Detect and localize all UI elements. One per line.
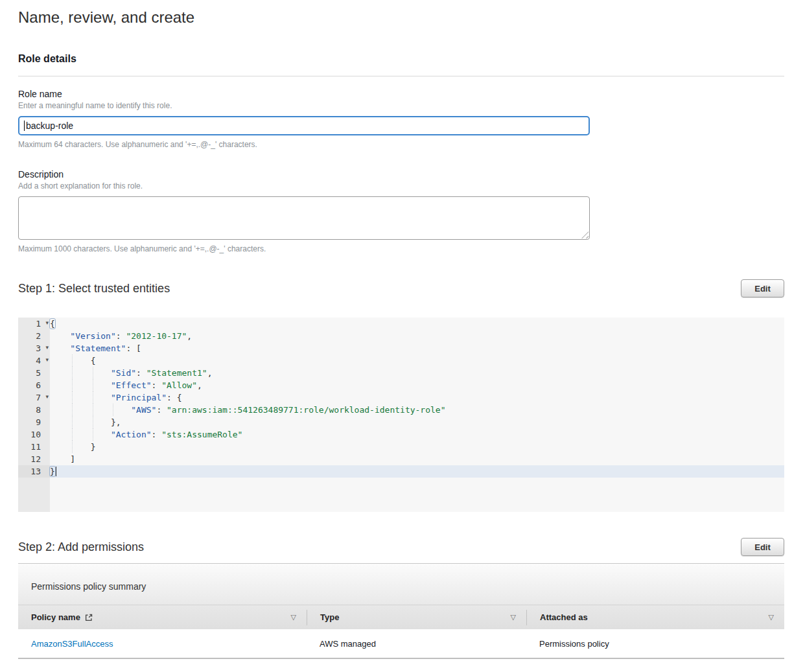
code-token: : xyxy=(152,380,162,390)
attached-as-cell: Permissions policy xyxy=(526,639,784,649)
attached-as-header-label: Attached as xyxy=(540,612,588,622)
role-name-field: Role name Enter a meaningful name to ide… xyxy=(18,89,784,149)
step2-edit-button[interactable]: Edit xyxy=(741,538,784,556)
indent-guide xyxy=(72,416,73,428)
step1-edit-button[interactable]: Edit xyxy=(741,279,784,297)
editor-line: 4▾ { xyxy=(18,354,784,367)
editor-line-number: 2 xyxy=(18,330,50,342)
indent-guide xyxy=(93,404,93,416)
code-token: : xyxy=(156,405,167,415)
editor-line: 12 ] xyxy=(18,453,784,465)
permissions-policy-summary-panel: Permissions policy summary xyxy=(18,563,784,605)
editor-code-line: "Version": "2012-10-17", xyxy=(50,330,784,342)
editor-code-line: { xyxy=(50,354,784,367)
code-token: "Allow" xyxy=(161,380,197,390)
editor-code-line: } xyxy=(50,465,784,478)
editor-code-line: } xyxy=(50,441,784,453)
divider xyxy=(18,76,784,76)
editor-code-line: "Principal": { xyxy=(50,391,784,404)
code-token: "Action" xyxy=(111,430,152,439)
fold-arrow-icon[interactable]: ▾ xyxy=(45,354,49,366)
fold-arrow-icon[interactable]: ▾ xyxy=(45,342,49,354)
editor-line: 10 "Action": "sts:AssumeRole" xyxy=(18,428,784,441)
step2-heading: Step 2: Add permissions xyxy=(18,538,144,556)
column-header-type[interactable]: Type ▽ xyxy=(307,610,526,625)
editor-line-number: 8 xyxy=(18,404,50,416)
code-token: : xyxy=(116,331,126,341)
step2-header-row: Step 2: Add permissions Edit xyxy=(18,538,784,556)
code-token: } xyxy=(91,442,96,452)
editor-line-number: 9 xyxy=(18,416,50,428)
code-token: : xyxy=(152,430,162,439)
description-textarea[interactable] xyxy=(18,196,590,240)
filter-triangle-icon[interactable]: ▽ xyxy=(769,614,774,621)
step1-heading: Step 1: Select trusted entities xyxy=(18,279,170,297)
indent-guide xyxy=(93,428,93,441)
fold-arrow-icon[interactable]: ▾ xyxy=(45,317,49,329)
editor-line: 2 "Version": "2012-10-17", xyxy=(18,330,784,342)
editor-line: 9 }, xyxy=(18,416,784,428)
fold-arrow-icon[interactable]: ▾ xyxy=(45,391,49,403)
description-help: Add a short explanation for this role. xyxy=(18,181,784,191)
filter-triangle-icon[interactable]: ▽ xyxy=(291,614,296,621)
indent-guide xyxy=(93,367,93,379)
indent-guide xyxy=(93,379,93,391)
column-header-attached-as[interactable]: Attached as ▽ xyxy=(526,610,784,625)
filter-triangle-icon[interactable]: ▽ xyxy=(511,614,516,621)
editor-line: 11 } xyxy=(18,441,784,453)
code-token: "Statement1" xyxy=(146,368,207,378)
code-token: , xyxy=(197,380,202,390)
policy-name-link[interactable]: AmazonS3FullAccess xyxy=(31,639,113,649)
role-name-input[interactable] xyxy=(18,116,590,135)
indent-guide xyxy=(72,404,73,416)
editor-line-number: 6 xyxy=(18,379,50,391)
editor-code-line: "Action": "sts:AssumeRole" xyxy=(50,428,784,441)
role-details-heading: Role details xyxy=(18,53,784,65)
editor-code-line: }, xyxy=(50,416,784,428)
editor-line-number: 13 xyxy=(18,465,50,478)
description-field: Description Add a short explanation for … xyxy=(18,169,784,253)
policy-name-header-label: Policy name xyxy=(31,612,80,622)
permissions-policy-summary-title: Permissions policy summary xyxy=(31,581,146,592)
editor-line-number: 12 xyxy=(18,453,50,465)
editor-code-line: { xyxy=(50,318,784,330)
resize-handle[interactable] xyxy=(581,231,589,238)
indent-guide xyxy=(72,379,73,391)
trust-policy-editor[interactable]: 1▾{2 "Version": "2012-10-17",3▾ "Stateme… xyxy=(18,318,784,512)
editor-lines: 1▾{2 "Version": "2012-10-17",3▾ "Stateme… xyxy=(18,318,784,478)
permissions-table: Policy name ▽ Type ▽ Attached as ▽ xyxy=(18,605,784,659)
editor-code-line: "AWS": "arn:aws:iam::541263489771:role/w… xyxy=(50,404,784,416)
editor-code-line: ] xyxy=(50,453,784,465)
column-header-policy-name[interactable]: Policy name ▽ xyxy=(18,610,307,625)
code-token: "sts:AssumeRole" xyxy=(161,430,242,439)
code-token: : { xyxy=(167,393,181,402)
editor-line-number: 7▾ xyxy=(18,391,50,404)
indent-guide xyxy=(72,391,73,404)
indent-guide xyxy=(72,354,73,367)
matched-bracket: } xyxy=(50,467,55,476)
editor-line: 1▾{ xyxy=(18,318,784,330)
editor-line-number: 3▾ xyxy=(18,342,50,354)
editor-line: 6 "Effect": "Allow", xyxy=(18,379,784,391)
code-token: : xyxy=(136,368,146,378)
description-constraint: Maximum 1000 characters. Use alphanumeri… xyxy=(18,244,784,253)
indent-guide xyxy=(93,416,93,428)
editor-line-number: 5 xyxy=(18,367,50,379)
code-token: "2012-10-17" xyxy=(126,331,187,341)
code-token: "AWS" xyxy=(131,405,156,415)
editor-line-number: 11 xyxy=(18,441,50,453)
description-label: Description xyxy=(18,169,784,180)
editor-cursor xyxy=(56,467,56,476)
code-token: ] xyxy=(70,454,75,464)
main-content: Name, review, and create Role details Ro… xyxy=(18,8,784,659)
indent-guide xyxy=(72,428,73,441)
indent-guide xyxy=(113,404,113,416)
type-header-label: Type xyxy=(320,612,339,622)
editor-line-number: 4▾ xyxy=(18,354,50,367)
step1-header-row: Step 1: Select trusted entities Edit xyxy=(18,279,784,297)
code-token: "arn:aws:iam::541263489771:role/workload… xyxy=(167,405,445,415)
code-token: { xyxy=(91,356,96,365)
code-token: "Sid" xyxy=(111,368,136,378)
indent-guide xyxy=(72,441,73,453)
text-cursor xyxy=(24,121,25,131)
